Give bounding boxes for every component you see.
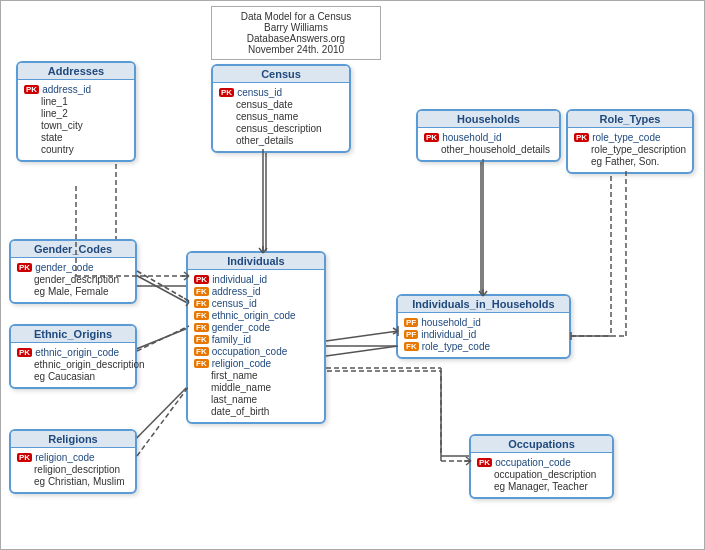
info-box: Data Model for a Census Barry Williams D… <box>211 6 381 60</box>
entity-census: Census PKcensus_id census_date census_na… <box>211 64 351 153</box>
svg-line-26 <box>137 271 189 301</box>
svg-line-29 <box>137 326 189 351</box>
diagram-container: Data Model for a Census Barry Williams D… <box>0 0 705 550</box>
entity-addresses-title: Addresses <box>18 63 134 80</box>
entity-gender-codes: Gender_Codes PKgender_code gender_descri… <box>9 239 137 304</box>
entity-iih-title: Individuals_in_Households <box>398 296 569 313</box>
entity-individuals: Individuals PKindividual_id FKaddress_id… <box>186 251 326 424</box>
entity-addresses: Addresses PKaddress_id line_1 line_2 tow… <box>16 61 136 162</box>
info-title: Data Model for a Census <box>220 11 372 22</box>
info-date: November 24th. 2010 <box>220 44 372 55</box>
entity-religions-fields: PKreligion_code religion_description eg … <box>11 448 135 492</box>
svg-line-30 <box>137 386 189 456</box>
entity-gender-codes-title: Gender_Codes <box>11 241 135 258</box>
entity-households-fields: PKhousehold_id other_household_details <box>418 128 559 160</box>
entity-census-title: Census <box>213 66 349 83</box>
entity-role-types: Role_Types PKrole_type_code role_type_de… <box>566 109 694 174</box>
info-author: Barry Williams <box>220 22 372 33</box>
entity-households: Households PKhousehold_id other_househol… <box>416 109 561 162</box>
entity-individuals-in-households: Individuals_in_Households PFhousehold_id… <box>396 294 571 359</box>
entity-occupations-title: Occupations <box>471 436 612 453</box>
entity-addresses-fields: PKaddress_id line_1 line_2 town_city sta… <box>18 80 134 160</box>
entity-ethnic-origins: Ethnic_Origins PKethnic_origin_code ethn… <box>9 324 137 389</box>
entity-occupations-fields: PKoccupation_code occupation_description… <box>471 453 612 497</box>
entity-gender-codes-fields: PKgender_code gender_description eg Male… <box>11 258 135 302</box>
entity-role-types-fields: PKrole_type_code role_type_description e… <box>568 128 692 172</box>
info-org: DatabaseAnswers.org <box>220 33 372 44</box>
entity-religions: Religions PKreligion_code religion_descr… <box>9 429 137 494</box>
entity-ethnic-origins-fields: PKethnic_origin_code ethnic_origin_descr… <box>11 343 135 387</box>
entity-occupations: Occupations PKoccupation_code occupation… <box>469 434 614 499</box>
entity-individuals-fields: PKindividual_id FKaddress_id FKcensus_id… <box>188 270 324 422</box>
entity-iih-fields: PFhousehold_id PFindividual_id FKrole_ty… <box>398 313 569 357</box>
entity-households-title: Households <box>418 111 559 128</box>
entity-individuals-title: Individuals <box>188 253 324 270</box>
entity-census-fields: PKcensus_id census_date census_name cens… <box>213 83 349 151</box>
svg-line-48 <box>326 346 398 356</box>
entity-religions-title: Religions <box>11 431 135 448</box>
svg-line-31 <box>326 331 398 341</box>
entity-ethnic-origins-title: Ethnic_Origins <box>11 326 135 343</box>
entity-role-types-title: Role_Types <box>568 111 692 128</box>
